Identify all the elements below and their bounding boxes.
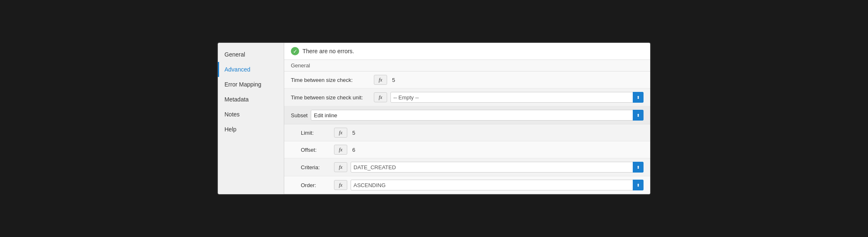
order-select[interactable]: ASCENDING bbox=[351, 180, 644, 190]
status-icon: ✓ bbox=[291, 47, 299, 55]
subset-select[interactable]: Edit inline bbox=[311, 110, 644, 121]
criteria-fx-button[interactable]: fx bbox=[334, 162, 347, 172]
criteria-select[interactable]: DATE_CREATED bbox=[351, 162, 644, 173]
status-message: There are no errors. bbox=[302, 48, 354, 54]
order-label: Order: bbox=[301, 182, 334, 188]
subset-label: Subset bbox=[291, 112, 307, 118]
limit-input[interactable] bbox=[351, 128, 644, 138]
order-select-wrapper: ASCENDING ⬍ bbox=[351, 180, 644, 190]
status-bar: ✓ There are no errors. bbox=[284, 43, 650, 60]
sidebar-item-metadata[interactable]: Metadata bbox=[218, 92, 284, 107]
offset-row: Offset: fx bbox=[284, 141, 650, 158]
time-between-size-check-unit-select-wrapper: -- Empty -- ⬍ bbox=[390, 92, 644, 103]
main-window: General Advanced Error Mapping Metadata … bbox=[217, 42, 651, 195]
main-content: ✓ There are no errors. General Time betw… bbox=[284, 43, 650, 194]
time-between-size-check-label: Time between size check: bbox=[291, 77, 374, 83]
sidebar-item-help[interactable]: Help bbox=[218, 122, 284, 137]
subset-select-wrapper: Edit inline ⬍ bbox=[311, 110, 644, 121]
subset-row: Subset Edit inline ⬍ bbox=[284, 106, 650, 124]
sidebar-item-general[interactable]: General bbox=[218, 47, 284, 62]
sidebar-item-notes[interactable]: Notes bbox=[218, 107, 284, 122]
criteria-select-wrapper: DATE_CREATED ⬍ bbox=[351, 162, 644, 173]
time-between-size-check-row: Time between size check: fx bbox=[284, 72, 650, 89]
time-between-size-check-unit-fx-button[interactable]: fx bbox=[374, 92, 387, 102]
criteria-label: Criteria: bbox=[301, 164, 334, 170]
sidebar-item-advanced[interactable]: Advanced bbox=[218, 62, 284, 77]
time-between-size-check-unit-label: Time between size check unit: bbox=[291, 94, 374, 101]
order-row: Order: fx ASCENDING ⬍ bbox=[284, 176, 650, 194]
sidebar: General Advanced Error Mapping Metadata … bbox=[218, 43, 284, 194]
criteria-row: Criteria: fx DATE_CREATED ⬍ bbox=[284, 158, 650, 176]
section-general-header: General bbox=[284, 60, 650, 72]
offset-fx-button[interactable]: fx bbox=[334, 145, 347, 155]
time-between-size-check-unit-select[interactable]: -- Empty -- bbox=[390, 92, 644, 103]
limit-row: Limit: fx bbox=[284, 124, 650, 141]
time-between-size-check-input[interactable] bbox=[390, 75, 644, 85]
order-fx-button[interactable]: fx bbox=[334, 180, 347, 190]
time-between-size-check-unit-row: Time between size check unit: fx -- Empt… bbox=[284, 89, 650, 106]
offset-label: Offset: bbox=[301, 147, 334, 153]
time-between-size-check-fx-button[interactable]: fx bbox=[374, 75, 387, 85]
offset-input[interactable] bbox=[351, 145, 644, 155]
limit-label: Limit: bbox=[301, 130, 334, 136]
limit-fx-button[interactable]: fx bbox=[334, 128, 347, 138]
sidebar-item-error-mapping[interactable]: Error Mapping bbox=[218, 77, 284, 92]
